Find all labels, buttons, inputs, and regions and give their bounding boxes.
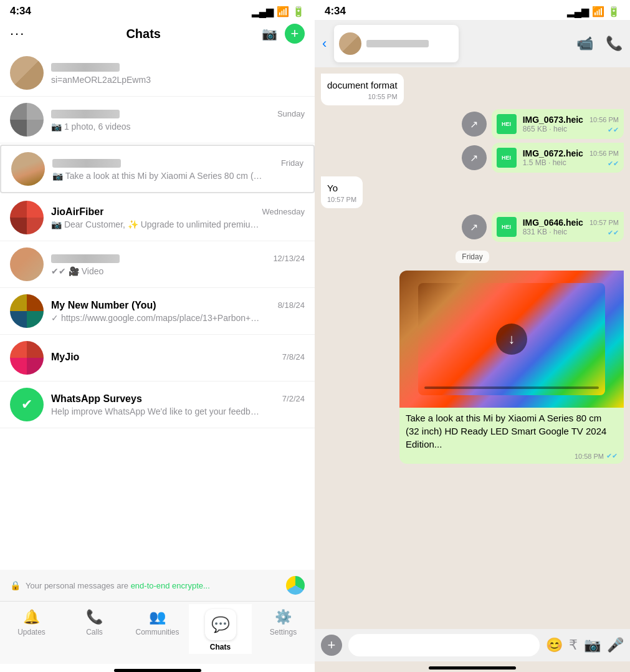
chat-list[interactable]: si=anMeORL2a2LpEwm3 Sunday 📷 1 photo, 6 … [0,50,315,570]
chat-header: ‹ 📹 📞 [315,20,630,67]
image-message[interactable]: ↓ Take a look at this Mi by Xiaomi A Ser… [399,271,624,464]
back-button[interactable]: ‹ [322,36,327,52]
wifi-icon: 📶 [277,6,289,17]
chat-time: Sunday [277,109,305,118]
message-meta: 10:56 PM ✔✔ [589,150,619,168]
chat-item-highlighted[interactable]: Friday 📷 Take a look at this Mi by Xiaom… [0,145,315,193]
chat-item[interactable]: MyJio 7/8/24 [0,335,315,382]
settings-icon: ⚙️ [275,609,292,625]
message-check: ✔✔ [608,229,619,237]
updates-icon: 🔔 [23,609,40,625]
signal-icon: ▂▄▆ [567,6,589,17]
avatar [10,294,44,328]
privacy-link[interactable]: end-to-end encrypte... [131,581,210,590]
file-info: IMG_0672.heic 1.5 MB · heic [523,148,583,167]
nav-item-settings[interactable]: ⚙️ Settings [252,604,315,654]
chat-top: 12/13/24 [51,253,305,264]
plus-icon: + [291,26,299,42]
chat-name [52,158,121,169]
home-bar [114,669,201,672]
chats-active-icon: 💬 [205,609,236,640]
right-status-icons: ▂▄▆ 📶 🔋 [567,6,620,17]
chat-time: 12/13/24 [273,254,305,263]
contact-preview[interactable] [334,25,459,62]
chat-name: My New Number (You) [51,300,156,311]
message-input[interactable] [348,634,540,656]
battery-icon: 🔋 [292,6,305,17]
camera-button[interactable]: 📷 [584,637,601,653]
nav-item-chats[interactable]: 💬 Chats [189,604,252,654]
chat-bubble-icon: 💬 [211,616,230,633]
chat-top: WhatsApp Surveys 7/2/24 [51,393,305,405]
message-meta: 10:55 PM [327,93,398,100]
file-share-button[interactable]: ↗ [462,112,487,137]
nav-label-calls: Calls [86,628,103,636]
camera-button[interactable]: 📷 [262,26,277,41]
nav-label-communities: Communities [135,628,179,636]
messages-area[interactable]: document format 10:55 PM ↗ HEI IMG_0673.… [315,67,630,629]
chat-top: JioAirFiber Wednesday [51,206,305,218]
blurred-name [51,63,120,72]
chat-name: WhatsApp Surveys [51,393,142,405]
chat-content: Sunday 📷 1 photo, 6 videos [51,108,305,132]
message-incoming: document format 10:55 PM [321,74,404,105]
avatar [11,152,45,186]
message-text: Yo [327,183,338,193]
chat-time: 8/18/24 [278,300,305,310]
image-caption: Take a look at this Mi by Xiaomi A Serie… [399,408,624,464]
file-message: HEI IMG_0672.heic 1.5 MB · heic 10:56 PM… [492,143,624,173]
nav-item-updates[interactable]: 🔔 Updates [0,604,63,654]
chat-item[interactable]: ✔ WhatsApp Surveys 7/2/24 Help improve W… [0,382,315,428]
message-text: document format [327,80,398,90]
video-call-button[interactable]: 📹 [576,36,593,52]
message-check: ✔✔ [608,160,619,168]
file-share-button[interactable]: ↗ [462,214,487,239]
nav-item-communities[interactable]: 👥 Communities [126,604,189,654]
blurred-name [51,110,120,118]
blurred-name [51,254,120,263]
message-check: ✔✔ [608,126,619,134]
right-status-bar: 4:34 ▂▄▆ 📶 🔋 [315,0,630,20]
file-size: 1.5 MB · heic [523,158,583,167]
message-time: 10:56 PM [589,116,619,123]
left-status-time: 4:34 [10,5,31,17]
voice-button[interactable]: 🎤 [607,637,624,653]
file-share-button[interactable]: ↗ [462,145,487,170]
chat-top: Sunday [51,108,305,120]
more-options-button[interactable]: ··· [10,26,25,42]
chat-top: Friday [52,158,303,169]
contact-name-blurred [366,40,429,47]
rupee-button[interactable]: ₹ [569,637,578,653]
chat-top: MyJio 7/8/24 [51,352,305,363]
chat-time: Friday [281,158,303,168]
attach-button[interactable]: + [321,635,342,656]
battery-icon: 🔋 [608,6,620,17]
chat-message: Help improve WhatsApp We'd like to get y… [51,406,263,416]
nav-item-calls[interactable]: 📞 Calls [63,604,126,654]
chat-item[interactable]: Sunday 📷 1 photo, 6 videos [0,97,315,143]
right-home-bar [429,666,516,670]
chat-content: My New Number (You) 8/18/24 ✓ https://ww… [51,300,305,323]
voice-call-button[interactable]: 📞 [606,36,623,52]
chat-item[interactable]: My New Number (You) 8/18/24 ✓ https://ww… [0,288,315,335]
chat-time: Wednesday [262,207,305,216]
chat-item[interactable]: 12/13/24 ✔✔ 🎥 Video [0,241,315,288]
file-info: IMG_0673.heic 865 KB · heic [523,115,583,133]
message-check: ✔✔ [606,452,618,460]
message-time: 10:57 PM [327,196,356,203]
chat-item[interactable]: JioAirFiber Wednesday 📷 Dear Customer, ✨… [0,194,315,241]
communities-icon: 👥 [149,609,166,625]
input-action-icons: 😊 ₹ 📷 🎤 [546,637,624,653]
day-label: Friday [456,251,489,263]
sticker-button[interactable]: 😊 [546,637,563,653]
chat-content: 12/13/24 ✔✔ 🎥 Video [51,253,305,276]
file-size: 831 KB · heic [523,228,583,236]
nav-label-settings: Settings [270,628,297,636]
chat-message: ✓ https://www.google.com/maps/place/13+P… [51,313,263,323]
message-time: 10:56 PM [589,150,619,157]
download-button[interactable]: ↓ [496,324,527,355]
new-chat-button[interactable]: + [285,24,305,44]
chat-message: 📷 Dear Customer, ✨ Upgrade to unlimited … [51,219,263,229]
message-meta: 10:56 PM ✔✔ [589,116,619,134]
chat-item[interactable]: si=anMeORL2a2LpEwm3 [0,50,315,97]
